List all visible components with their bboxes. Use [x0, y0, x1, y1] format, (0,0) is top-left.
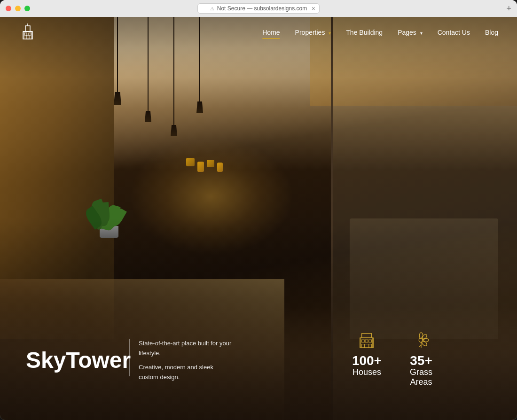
building-icon — [358, 332, 375, 350]
title-bar: ⚠ Not Secure — subsolardesigns.com × + — [0, 0, 517, 17]
stat-houses-number: 100+ — [352, 354, 382, 367]
hero-desc-line1: State-of-the-art place built for your li… — [139, 339, 233, 358]
svg-rect-5 — [29, 33, 31, 35]
svg-rect-14 — [369, 340, 372, 342]
nav-home[interactable]: Home — [262, 29, 280, 36]
svg-rect-16 — [369, 344, 372, 348]
svg-rect-13 — [366, 340, 368, 342]
svg-rect-12 — [362, 340, 365, 342]
stat-grass-label: GrassAreas — [410, 367, 432, 387]
flower-icon — [413, 332, 430, 350]
properties-chevron-icon: ▾ — [329, 31, 331, 36]
nav-pages[interactable]: Pages ▾ — [398, 29, 423, 36]
svg-rect-1 — [25, 26, 30, 31]
hero-title: SkyTower — [26, 348, 131, 373]
stats-area: 100+ Houses 35+ G — [352, 332, 432, 387]
minimize-button[interactable] — [15, 6, 21, 11]
lock-icon: ⚠ — [210, 6, 214, 11]
svg-point-21 — [421, 334, 428, 341]
stat-grass: 35+ GrassAreas — [410, 332, 432, 387]
svg-rect-4 — [24, 33, 27, 35]
bottom-overlay — [0, 218, 517, 420]
browser-window: ⚠ Not Secure — subsolardesigns.com × + — [0, 0, 517, 420]
address-close-icon[interactable]: × — [312, 5, 315, 12]
hero-description: State-of-the-art place built for your li… — [139, 339, 233, 382]
logo[interactable] — [19, 22, 37, 42]
stat-grass-number: 35+ — [410, 354, 432, 367]
maximize-button[interactable] — [24, 6, 30, 11]
stat-houses-label: Houses — [352, 367, 381, 377]
nav-properties[interactable]: Properties ▾ — [295, 29, 331, 36]
hero-title-block: SkyTower — [26, 348, 131, 382]
logo-icon — [19, 22, 37, 42]
nav-blog[interactable]: Blog — [485, 29, 498, 36]
new-tab-button[interactable]: + — [506, 4, 511, 14]
svg-rect-15 — [362, 344, 365, 348]
stat-houses: 100+ Houses — [352, 332, 382, 387]
svg-rect-17 — [365, 344, 369, 348]
gold-pendant-cluster — [186, 158, 223, 172]
desc-line — [129, 339, 130, 376]
hero-desc-line2: Creative, modern and sleek custom design… — [139, 363, 233, 382]
address-bar[interactable]: ⚠ Not Secure — subsolardesigns.com × — [197, 3, 320, 14]
nav-links: Home Properties ▾ The Building Pages ▾ C… — [262, 29, 498, 36]
traffic-lights — [6, 6, 30, 11]
nav-contact[interactable]: Contact Us — [438, 29, 470, 36]
site-wrapper: Home Properties ▾ The Building Pages ▾ C… — [0, 17, 517, 420]
pages-chevron-icon: ▾ — [420, 31, 423, 36]
address-text: Not Secure — subsolardesigns.com — [217, 5, 307, 12]
svg-rect-10 — [362, 334, 372, 338]
svg-rect-6 — [26, 35, 29, 39]
close-button[interactable] — [6, 6, 11, 11]
navbar: Home Properties ▾ The Building Pages ▾ C… — [0, 17, 517, 47]
nav-building[interactable]: The Building — [346, 29, 383, 36]
svg-point-23 — [421, 340, 428, 347]
